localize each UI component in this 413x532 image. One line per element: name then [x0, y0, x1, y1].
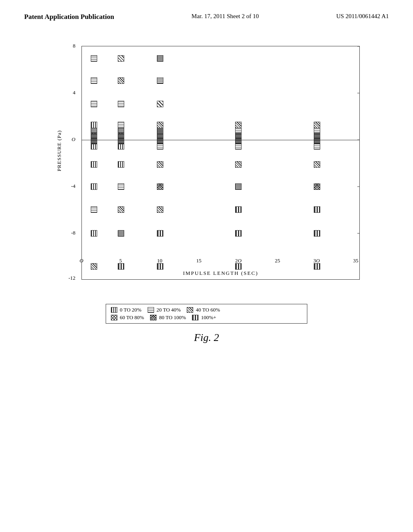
legend-row-1: 0 TO 20% 20 TO 40% 40 TO 60% [111, 307, 302, 313]
y-label-4: 4 [73, 89, 76, 96]
dp-7 [90, 143, 98, 150]
dp-1 [90, 77, 98, 84]
dp-68 [235, 230, 242, 237]
x-label-20: 2O [235, 258, 242, 264]
fig-label: Fig. 2 [0, 332, 413, 344]
legend-label-20to40: 20 TO 40% [156, 307, 181, 313]
x-axis-title: IMPULSE LENGTH (SEC) [81, 270, 360, 276]
x-label-15: 15 [196, 258, 202, 264]
legend-swatch-60to80 [111, 315, 117, 320]
dp-31 [117, 230, 125, 237]
x-label-10: 10 [157, 258, 163, 264]
legend-label-100plus: 100%+ [201, 314, 216, 321]
dp-21 [117, 77, 125, 84]
legend-swatch-100plus [192, 315, 198, 320]
y-label-neg4: -4 [71, 183, 75, 189]
tick-y-8 [357, 46, 359, 46]
dp-40 [156, 55, 164, 62]
dp-27 [117, 143, 125, 150]
dp-42 [156, 100, 164, 108]
tick-y-neg4 [357, 186, 359, 187]
dp-47 [156, 143, 164, 150]
dp-2 [90, 100, 98, 108]
dp-66 [235, 183, 242, 190]
x-labels: O 5 10 15 2O 25 3O 35 [81, 258, 360, 266]
legend-row-2: 60 TO 80% 80 TO 100% 100%+ [111, 314, 302, 321]
legend-swatch-40to60 [187, 307, 193, 313]
chart-wrapper: PRESSURE (Pa) 8 4 O -4 -8 -12 [53, 46, 360, 280]
tick-y-0 [357, 139, 359, 140]
legend-label-80to100: 80 TO 100% [159, 314, 186, 321]
dp-48 [156, 161, 164, 168]
y-labels: 8 4 O -4 -8 -12 [53, 46, 79, 256]
dp-9 [90, 183, 98, 190]
tick-y-4 [357, 93, 359, 93]
dp-11 [90, 230, 98, 237]
x-label-0: O [79, 258, 83, 264]
dp-87 [313, 206, 321, 213]
legend-label-60to80: 60 TO 80% [120, 314, 144, 321]
dp-28 [117, 161, 125, 168]
dp-8 [90, 161, 98, 168]
y-label-0: O [72, 136, 75, 143]
dp-29 [117, 183, 125, 190]
y-label-neg8: -8 [71, 230, 75, 236]
dp-64 [235, 143, 242, 150]
dp-84 [313, 143, 321, 150]
x-label-5: 5 [119, 258, 122, 264]
legend-label-0to20: 0 TO 20% [120, 307, 142, 313]
legend-swatch-0to20 [111, 307, 117, 313]
y-label-neg12: -12 [69, 275, 75, 281]
dp-86 [313, 183, 321, 190]
dp-85 [313, 161, 321, 168]
legend-swatch-20to40 [148, 307, 154, 313]
dp-22 [117, 100, 125, 108]
chart-plot [81, 46, 360, 280]
x-label-35: 35 [353, 258, 359, 264]
legend-swatch-80to100 [150, 315, 156, 320]
dp-88 [313, 230, 321, 237]
tick-y-neg8 [357, 233, 359, 233]
header-date-sheet: Mar. 17, 2011 Sheet 2 of 10 [192, 12, 259, 21]
y-label-8: 8 [73, 43, 76, 49]
dp-65 [235, 161, 242, 168]
dp-49 [156, 183, 164, 190]
x-label-25: 25 [275, 258, 280, 264]
dp-51 [156, 230, 164, 237]
dp-30 [117, 206, 125, 213]
dp-10 [90, 206, 98, 213]
header-publication-type: Patent Application Publication [24, 12, 114, 22]
header-patent-number: US 2011/0061442 A1 [336, 12, 389, 21]
dp-67 [235, 206, 242, 213]
dp-20 [117, 55, 125, 62]
dp-50 [156, 206, 164, 213]
x-label-30: 3O [313, 258, 320, 264]
dp-41 [156, 77, 164, 84]
legend-label-40to60: 40 TO 60% [196, 307, 220, 313]
legend: 0 TO 20% 20 TO 40% 40 TO 60% 60 TO 80% 8… [106, 304, 307, 324]
page-header: Patent Application Publication Mar. 17, … [0, 0, 413, 26]
dp-0 [90, 55, 98, 62]
